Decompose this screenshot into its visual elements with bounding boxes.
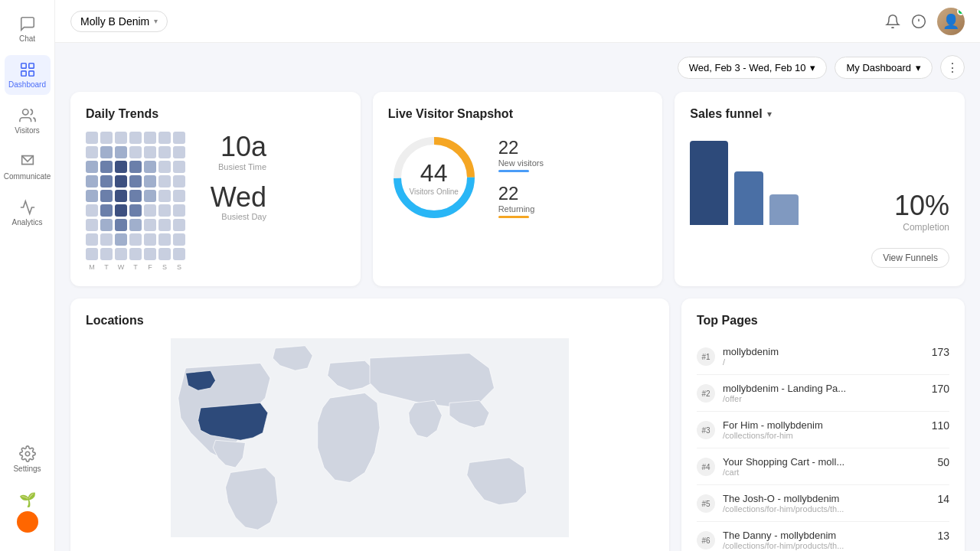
heatmap-grid [86, 132, 185, 260]
live-visitor-title: Live Visitor Snapshot [388, 107, 648, 121]
page-path-5: /collections/for-him/products/th... [723, 504, 929, 514]
more-options-button[interactable]: ⋮ [940, 55, 965, 80]
funnel-bar-2 [734, 171, 763, 225]
heatmap-cell [86, 219, 98, 231]
heatmap-cell [100, 132, 113, 144]
page-path-3: /collections/for-him [723, 431, 924, 440]
settings-button[interactable] [911, 14, 926, 29]
heatmap-container: M T W T F S S 10a Busiest Time Wed [86, 132, 345, 271]
donut-chart: 44 Visitors Online [388, 132, 480, 223]
top-page-item[interactable]: #2 mollybdenim - Landing Pa... /offer 17… [697, 375, 949, 412]
rank-badge-5: #5 [697, 494, 715, 513]
heatmap-row [86, 175, 185, 187]
svg-rect-1 [28, 64, 33, 68]
page-path-6: /collections/for-him/products/th... [723, 541, 929, 550]
day-t2: T [129, 263, 142, 271]
locations-map [86, 338, 654, 537]
bot-avatar[interactable] [17, 511, 38, 533]
page-count-6: 13 [937, 530, 949, 542]
page-info-1: mollybdenim / [723, 346, 924, 367]
top-pages-list: #1 mollybdenim / 173 #2 mollybdenim - La… [697, 338, 949, 551]
sidebar-label-analytics: Analytics [11, 218, 42, 227]
page-count-4: 50 [937, 456, 949, 468]
heatmap-cell [115, 204, 127, 217]
notification-button[interactable] [885, 14, 900, 29]
heatmap-cell [158, 161, 171, 173]
page-info-2: mollybdenim - Landing Pa... /offer [723, 383, 924, 403]
page-name-3: For Him - mollybdenim [723, 419, 924, 431]
date-range-picker[interactable]: Wed, Feb 3 - Wed, Feb 10 ▾ [678, 57, 828, 79]
heatmap-cell [115, 175, 127, 187]
sidebar-item-communicate[interactable]: Communicate [5, 147, 51, 187]
more-icon: ⋮ [946, 60, 959, 75]
heatmap-cell [144, 161, 156, 173]
top-page-item[interactable]: #3 For Him - mollybdenim /collections/fo… [697, 412, 949, 448]
page-info-5: The Josh-O - mollybdenim /collections/fo… [723, 493, 929, 514]
day-s2: S [173, 263, 185, 271]
top-page-item[interactable]: #5 The Josh-O - mollybdenim /collections… [697, 485, 949, 522]
funnel-bar-1 [690, 141, 728, 225]
sidebar-label-settings: Settings [13, 465, 41, 473]
svg-rect-2 [21, 71, 25, 76]
top-page-item[interactable]: #4 Your Shopping Cart - moll... /cart 50 [697, 448, 949, 485]
user-avatar[interactable]: 👤 [937, 8, 965, 35]
heatmap-cell [144, 204, 156, 217]
svg-point-4 [22, 109, 28, 115]
content-area: Wed, Feb 3 - Wed, Feb 10 ▾ My Dashboard … [55, 43, 980, 551]
heatmap-cell [115, 248, 127, 260]
brand-selector[interactable]: Molly B Denim ▾ [70, 11, 168, 32]
heatmap-cell [100, 161, 113, 173]
heatmap-cell [100, 175, 113, 187]
sidebar: Chat Dashboard Visitors Communicate Anal… [0, 0, 55, 551]
sidebar-item-visitors[interactable]: Visitors [5, 101, 51, 141]
heatmap-cell [100, 248, 113, 260]
heatmap-row [86, 204, 185, 217]
page-path-1: / [723, 357, 924, 367]
sidebar-item-analytics[interactable]: Analytics [5, 193, 51, 233]
heatmap-row [86, 132, 185, 144]
sidebar-label-visitors: Visitors [15, 126, 40, 135]
heatmap-cell [173, 132, 185, 144]
funnel-dropdown-icon: ▾ [767, 109, 772, 119]
busiest-day-label: Busiest Day [198, 212, 266, 221]
heatmap-cell [100, 146, 113, 158]
sidebar-label-chat: Chat [19, 34, 35, 43]
sidebar-item-chat[interactable]: Chat [5, 9, 51, 49]
topbar: Molly B Denim ▾ 👤 [55, 0, 980, 43]
live-visitor-card: Live Visitor Snapshot 44 Visitors Onli [373, 92, 663, 286]
heatmap-cell [115, 233, 127, 246]
heatmap-row [86, 161, 185, 173]
top-page-item[interactable]: #1 mollybdenim / 173 [697, 338, 949, 375]
page-path-4: /cart [723, 468, 929, 477]
top-pages-title: Top Pages [697, 314, 949, 328]
visitor-content: 44 Visitors Online 22 New visitors 22 Re… [388, 132, 648, 223]
visitors-online-count: 44 [410, 159, 459, 187]
heatmap-cell [144, 175, 156, 187]
donut-center: 44 Visitors Online [410, 159, 459, 196]
sidebar-item-dashboard[interactable]: Dashboard [5, 55, 51, 95]
heatmap-cell [173, 146, 185, 158]
returning-bar [498, 216, 529, 218]
heatmap-cell [86, 204, 98, 217]
top-page-item[interactable]: #6 The Danny - mollybdenim /collections/… [697, 522, 949, 551]
returning-stat: 22 Returning [498, 183, 544, 218]
heatmap-cell [129, 219, 142, 231]
world-map-svg [86, 338, 654, 537]
date-chevron: ▾ [810, 62, 815, 73]
heatmap-cell [129, 161, 142, 173]
page-path-2: /offer [723, 394, 924, 403]
page-name-6: The Danny - mollybdenim [723, 530, 929, 541]
day-m: M [86, 263, 98, 271]
dashboard-picker[interactable]: My Dashboard ▾ [835, 57, 933, 79]
view-funnels-button[interactable]: View Funnels [871, 248, 949, 268]
heatmap-cell [158, 233, 171, 246]
heatmap-cell [158, 190, 171, 202]
heatmap-cell [158, 146, 171, 158]
heatmap-cell [158, 132, 171, 144]
visitor-stats: 22 New visitors 22 Returning [498, 137, 544, 218]
bottom-grid: Locations [70, 298, 965, 551]
heatmap-row [86, 233, 185, 246]
sidebar-item-settings[interactable]: Settings [5, 439, 51, 479]
funnel-chart [690, 133, 799, 233]
returning-count: 22 [498, 183, 544, 204]
